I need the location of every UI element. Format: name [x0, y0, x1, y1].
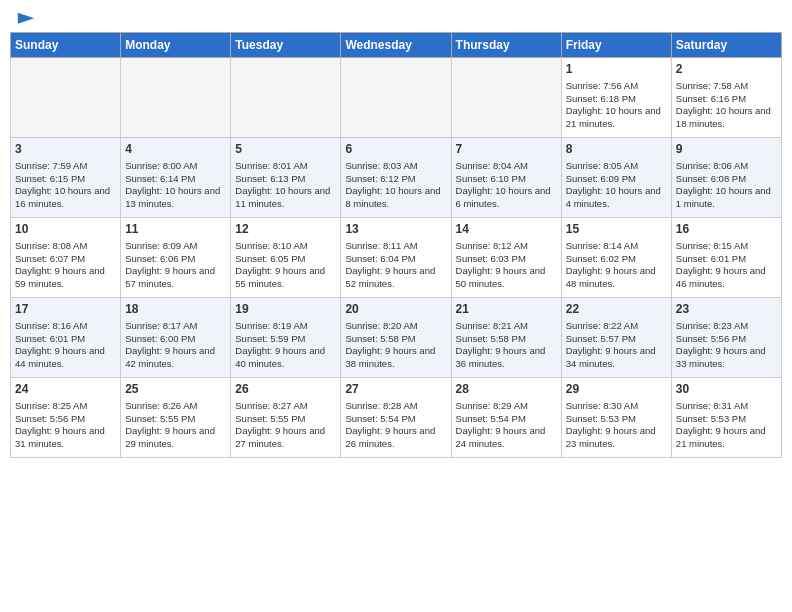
day-info: Sunrise: 8:06 AMSunset: 6:08 PMDaylight:…	[676, 160, 777, 211]
sunrise-text: Sunrise: 8:01 AM	[235, 160, 307, 171]
day-info: Sunrise: 8:26 AMSunset: 5:55 PMDaylight:…	[125, 400, 226, 451]
day-number: 16	[676, 221, 777, 238]
day-info: Sunrise: 8:28 AMSunset: 5:54 PMDaylight:…	[345, 400, 446, 451]
sunset-text: Sunset: 5:56 PM	[15, 413, 85, 424]
day-number: 12	[235, 221, 336, 238]
day-info: Sunrise: 8:10 AMSunset: 6:05 PMDaylight:…	[235, 240, 336, 291]
sunrise-text: Sunrise: 8:17 AM	[125, 320, 197, 331]
calendar-week-row: 1Sunrise: 7:56 AMSunset: 6:18 PMDaylight…	[11, 58, 782, 138]
sunrise-text: Sunrise: 8:09 AM	[125, 240, 197, 251]
day-info: Sunrise: 7:58 AMSunset: 6:16 PMDaylight:…	[676, 80, 777, 131]
sunset-text: Sunset: 6:06 PM	[125, 253, 195, 264]
col-header-friday: Friday	[561, 33, 671, 58]
calendar-table: SundayMondayTuesdayWednesdayThursdayFrid…	[10, 32, 782, 458]
day-info: Sunrise: 8:20 AMSunset: 5:58 PMDaylight:…	[345, 320, 446, 371]
calendar-day-cell: 24Sunrise: 8:25 AMSunset: 5:56 PMDayligh…	[11, 378, 121, 458]
day-info: Sunrise: 8:19 AMSunset: 5:59 PMDaylight:…	[235, 320, 336, 371]
day-info: Sunrise: 8:08 AMSunset: 6:07 PMDaylight:…	[15, 240, 116, 291]
calendar-day-cell: 16Sunrise: 8:15 AMSunset: 6:01 PMDayligh…	[671, 218, 781, 298]
day-info: Sunrise: 8:01 AMSunset: 6:13 PMDaylight:…	[235, 160, 336, 211]
day-info: Sunrise: 8:31 AMSunset: 5:53 PMDaylight:…	[676, 400, 777, 451]
day-info: Sunrise: 8:03 AMSunset: 6:12 PMDaylight:…	[345, 160, 446, 211]
day-number: 11	[125, 221, 226, 238]
sunrise-text: Sunrise: 8:29 AM	[456, 400, 528, 411]
daylight-text: Daylight: 9 hours and 33 minutes.	[676, 345, 766, 369]
sunset-text: Sunset: 6:02 PM	[566, 253, 636, 264]
sunrise-text: Sunrise: 8:30 AM	[566, 400, 638, 411]
day-number: 22	[566, 301, 667, 318]
daylight-text: Daylight: 10 hours and 4 minutes.	[566, 185, 661, 209]
sunset-text: Sunset: 5:56 PM	[676, 333, 746, 344]
calendar-day-cell: 28Sunrise: 8:29 AMSunset: 5:54 PMDayligh…	[451, 378, 561, 458]
day-number: 2	[676, 61, 777, 78]
day-info: Sunrise: 8:17 AMSunset: 6:00 PMDaylight:…	[125, 320, 226, 371]
day-number: 6	[345, 141, 446, 158]
daylight-text: Daylight: 10 hours and 18 minutes.	[676, 105, 771, 129]
calendar-day-cell: 7Sunrise: 8:04 AMSunset: 6:10 PMDaylight…	[451, 138, 561, 218]
calendar-week-row: 3Sunrise: 7:59 AMSunset: 6:15 PMDaylight…	[11, 138, 782, 218]
calendar-week-row: 24Sunrise: 8:25 AMSunset: 5:56 PMDayligh…	[11, 378, 782, 458]
sunset-text: Sunset: 6:14 PM	[125, 173, 195, 184]
day-info: Sunrise: 8:14 AMSunset: 6:02 PMDaylight:…	[566, 240, 667, 291]
day-number: 21	[456, 301, 557, 318]
day-info: Sunrise: 8:25 AMSunset: 5:56 PMDaylight:…	[15, 400, 116, 451]
calendar-week-row: 10Sunrise: 8:08 AMSunset: 6:07 PMDayligh…	[11, 218, 782, 298]
day-number: 27	[345, 381, 446, 398]
sunrise-text: Sunrise: 8:11 AM	[345, 240, 417, 251]
sunset-text: Sunset: 5:59 PM	[235, 333, 305, 344]
sunrise-text: Sunrise: 8:23 AM	[676, 320, 748, 331]
day-number: 28	[456, 381, 557, 398]
daylight-text: Daylight: 9 hours and 55 minutes.	[235, 265, 325, 289]
day-info: Sunrise: 8:27 AMSunset: 5:55 PMDaylight:…	[235, 400, 336, 451]
calendar-day-cell: 6Sunrise: 8:03 AMSunset: 6:12 PMDaylight…	[341, 138, 451, 218]
daylight-text: Daylight: 9 hours and 46 minutes.	[676, 265, 766, 289]
daylight-text: Daylight: 9 hours and 50 minutes.	[456, 265, 546, 289]
sunrise-text: Sunrise: 8:04 AM	[456, 160, 528, 171]
day-number: 8	[566, 141, 667, 158]
calendar-day-cell: 17Sunrise: 8:16 AMSunset: 6:01 PMDayligh…	[11, 298, 121, 378]
sunrise-text: Sunrise: 8:00 AM	[125, 160, 197, 171]
daylight-text: Daylight: 9 hours and 44 minutes.	[15, 345, 105, 369]
day-number: 3	[15, 141, 116, 158]
day-info: Sunrise: 8:11 AMSunset: 6:04 PMDaylight:…	[345, 240, 446, 291]
sunset-text: Sunset: 5:57 PM	[566, 333, 636, 344]
daylight-text: Daylight: 9 hours and 52 minutes.	[345, 265, 435, 289]
sunset-text: Sunset: 6:05 PM	[235, 253, 305, 264]
calendar-day-cell: 13Sunrise: 8:11 AMSunset: 6:04 PMDayligh…	[341, 218, 451, 298]
calendar-header-row: SundayMondayTuesdayWednesdayThursdayFrid…	[11, 33, 782, 58]
sunrise-text: Sunrise: 8:25 AM	[15, 400, 87, 411]
daylight-text: Daylight: 10 hours and 11 minutes.	[235, 185, 330, 209]
day-number: 24	[15, 381, 116, 398]
day-info: Sunrise: 8:21 AMSunset: 5:58 PMDaylight:…	[456, 320, 557, 371]
sunrise-text: Sunrise: 8:20 AM	[345, 320, 417, 331]
day-info: Sunrise: 8:05 AMSunset: 6:09 PMDaylight:…	[566, 160, 667, 211]
day-number: 15	[566, 221, 667, 238]
sunset-text: Sunset: 5:54 PM	[456, 413, 526, 424]
calendar-day-cell	[451, 58, 561, 138]
sunset-text: Sunset: 6:04 PM	[345, 253, 415, 264]
calendar-day-cell	[341, 58, 451, 138]
daylight-text: Daylight: 9 hours and 27 minutes.	[235, 425, 325, 449]
calendar-day-cell: 1Sunrise: 7:56 AMSunset: 6:18 PMDaylight…	[561, 58, 671, 138]
calendar-day-cell: 9Sunrise: 8:06 AMSunset: 6:08 PMDaylight…	[671, 138, 781, 218]
calendar-day-cell: 26Sunrise: 8:27 AMSunset: 5:55 PMDayligh…	[231, 378, 341, 458]
day-number: 1	[566, 61, 667, 78]
daylight-text: Daylight: 9 hours and 34 minutes.	[566, 345, 656, 369]
daylight-text: Daylight: 9 hours and 31 minutes.	[15, 425, 105, 449]
sunrise-text: Sunrise: 7:56 AM	[566, 80, 638, 91]
calendar-day-cell: 27Sunrise: 8:28 AMSunset: 5:54 PMDayligh…	[341, 378, 451, 458]
daylight-text: Daylight: 10 hours and 1 minute.	[676, 185, 771, 209]
day-number: 7	[456, 141, 557, 158]
sunset-text: Sunset: 6:12 PM	[345, 173, 415, 184]
day-info: Sunrise: 8:12 AMSunset: 6:03 PMDaylight:…	[456, 240, 557, 291]
day-number: 29	[566, 381, 667, 398]
day-number: 10	[15, 221, 116, 238]
sunset-text: Sunset: 6:01 PM	[676, 253, 746, 264]
daylight-text: Daylight: 9 hours and 21 minutes.	[676, 425, 766, 449]
calendar-day-cell: 15Sunrise: 8:14 AMSunset: 6:02 PMDayligh…	[561, 218, 671, 298]
sunrise-text: Sunrise: 7:58 AM	[676, 80, 748, 91]
sunrise-text: Sunrise: 8:05 AM	[566, 160, 638, 171]
calendar-day-cell: 8Sunrise: 8:05 AMSunset: 6:09 PMDaylight…	[561, 138, 671, 218]
sunrise-text: Sunrise: 8:15 AM	[676, 240, 748, 251]
calendar-day-cell: 2Sunrise: 7:58 AMSunset: 6:16 PMDaylight…	[671, 58, 781, 138]
